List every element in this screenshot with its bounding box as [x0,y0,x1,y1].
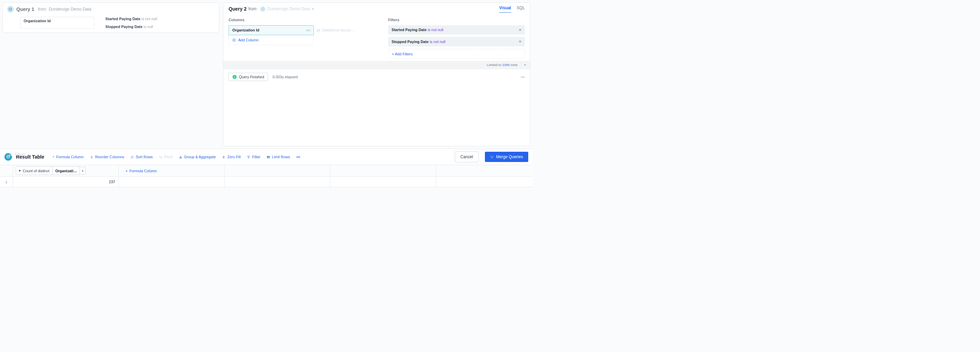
action-label: Filter [252,155,261,159]
pivot-action: Pivot [159,155,172,159]
action-label: Pivot [164,155,172,159]
sort-rows-action[interactable]: Sort Rows [130,155,153,159]
svg-rect-9 [161,158,162,158]
filter-icon [247,155,250,158]
svg-point-11 [180,158,181,158]
column-name: Organization Id [232,28,259,32]
filter-field: Started Paying Date [105,17,141,21]
svg-rect-2 [10,154,10,156]
column-name-pill[interactable]: Organizati… [52,166,80,175]
query-elapsed: 0.003s elapsed [272,75,298,79]
cancel-button[interactable]: Cancel [455,151,479,162]
agg-label: Count of distinct [23,169,49,173]
more-actions[interactable]: ••• [296,155,300,159]
action-label: Formula Column [56,155,84,159]
limit-suffix: rows [511,63,518,67]
filter-condition: is not null [428,28,444,32]
filter-condition: is not null [430,40,445,44]
chart-label: Chart [15,152,25,157]
query1-source: Dundersign Demo Data [49,7,92,12]
pivot-icon [159,155,162,158]
svg-point-12 [181,158,182,158]
zero-fill-action[interactable]: Zero Fill [222,155,240,159]
svg-rect-8 [159,156,161,157]
svg-rect-3 [11,153,11,156]
filter-pill[interactable]: Stopped Paying Date is not null ✕ [388,37,525,46]
action-label: Reorder Columns [95,155,124,159]
empty-header [436,165,533,176]
next-column-text: Salesforce Accou… [322,28,355,32]
result-area: Result Table + Formula Column Reorder Co… [0,149,533,188]
data-cell[interactable]: 237 [13,177,119,187]
chart-placeholder[interactable]: Chart [8,152,25,157]
action-label: Group & Aggregate [184,155,216,159]
remove-filter-icon[interactable]: ✕ [519,28,522,32]
database-icon [260,6,265,12]
query2-source: Dundersign Demo Data [267,6,310,11]
table-row: 1 237 [0,177,533,188]
filter-field: Started Paying Date [392,28,427,32]
svg-point-4 [262,8,264,8]
next-column-placeholder[interactable]: Salesforce Accou… [317,25,377,35]
column-pill[interactable]: Organization Id 123 [228,25,314,35]
svg-rect-1 [8,155,9,156]
svg-point-10 [179,158,180,158]
filters-heading: Filters [388,18,525,22]
columns-heading: Columns [228,18,377,22]
filter-pill[interactable]: Started Paying Date is not null ✕ [388,25,525,35]
query1-card[interactable]: Query 1 from Dundersign Demo Data Organi… [2,2,220,33]
zero-fill-icon [222,155,225,158]
reorder-columns-action[interactable]: Reorder Columns [90,155,124,159]
filter-field: Stopped Paying Date [105,25,143,29]
query1-filter: Started Paying Date is not null [105,17,158,21]
svg-rect-16 [267,157,269,158]
add-column-button[interactable]: Add Column [228,35,314,45]
plus-circle-icon [232,38,236,42]
svg-rect-17 [267,158,269,158]
empty-header [225,165,331,176]
add-formula-label: Formula Column [129,169,157,173]
query2-from-label: from [248,6,257,11]
remove-filter-icon[interactable]: ✕ [519,40,522,43]
col-name-text: Organizati… [55,169,77,173]
svg-point-0 [9,8,12,9]
add-filters-button[interactable]: + Add Filters [388,49,525,59]
filter-condition: is not null [142,17,157,21]
aggregation-selector[interactable]: ▾ Count of distinct [16,166,53,175]
column-options-dropdown[interactable]: ▾ [80,167,86,174]
reorder-icon [90,155,93,158]
group-aggregate-action[interactable]: Group & Aggregate [179,155,216,159]
action-label: Zero Fill [228,155,241,159]
query1-from-label: from [38,7,46,12]
query1-filter: Stopped Paying Date is null [105,25,158,29]
plus-icon: + [52,155,55,158]
row-limit-bar: Limited to 1000 rows ▾ [223,61,530,69]
chevron-down-icon: ▾ [19,168,21,173]
query2-source-selector[interactable]: Dundersign Demo Data ▾ [260,6,314,12]
limit-rows-action[interactable]: Limit Rows [267,155,290,159]
add-formula-column-header[interactable]: + Formula Column [119,165,225,176]
filter-action[interactable]: Filter [247,155,260,159]
limit-value: 1000 [502,63,510,67]
collapse-icon[interactable]: — [521,75,525,79]
chevron-down-icon: ▾ [82,169,84,173]
row-number: 1 [0,177,13,187]
plus-icon: + [125,169,127,173]
query-status-pill[interactable]: ✓ Query Finished [228,73,268,82]
merge-icon [490,154,494,159]
chevron-down-icon: ▾ [312,6,314,11]
empty-cell [119,177,225,187]
empty-cell [436,177,533,187]
add-column-label: Add Column [238,38,259,42]
empty-cell [330,177,436,187]
tab-sql[interactable]: SQL [517,5,525,12]
formula-column-action[interactable]: + Formula Column [52,155,84,159]
query-status-text: Query Finished [239,75,264,79]
query1-column-chip[interactable]: Organization Id [20,17,94,29]
bar-chart-icon [8,152,12,157]
limit-dropdown[interactable]: ▾ [521,63,526,67]
merge-queries-button[interactable]: Merge Queries [485,152,528,162]
query1-title: Query 1 [16,6,35,12]
column-header[interactable]: ▾ Count of distinct Organizati… ▾ [13,165,119,176]
tab-visual[interactable]: Visual [499,5,511,12]
